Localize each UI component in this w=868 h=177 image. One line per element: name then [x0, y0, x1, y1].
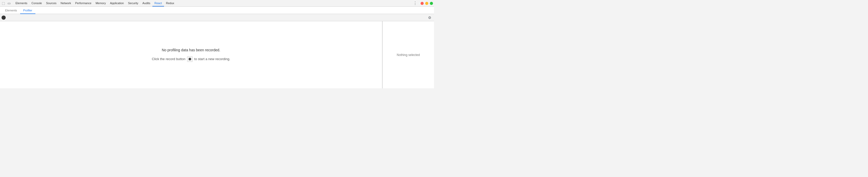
top-bar: ⬚ ▭ Elements Console Sources Network Per… — [0, 0, 434, 7]
device-icon[interactable]: ▭ — [7, 1, 11, 6]
tab-redux[interactable]: Redux — [164, 0, 177, 6]
second-bar: Elements Profiler — [0, 7, 434, 14]
tab-network[interactable]: Network — [59, 0, 73, 6]
close-button[interactable] — [421, 2, 424, 5]
nothing-selected-label: Nothing selected — [397, 53, 420, 57]
top-bar-right: ⋮ — [411, 1, 433, 6]
inline-record-dot — [189, 58, 191, 60]
tab-application[interactable]: Application — [108, 0, 126, 6]
window-controls — [421, 2, 433, 5]
more-options-icon[interactable]: ⋮ — [411, 1, 418, 6]
profiler-toolbar: ⚙ — [0, 14, 434, 21]
inspect-icon[interactable]: ⬚ — [1, 1, 6, 6]
tab-react[interactable]: React — [152, 0, 164, 6]
record-button[interactable] — [2, 16, 6, 20]
settings-icon[interactable]: ⚙ — [427, 15, 432, 20]
minimize-button[interactable] — [425, 2, 428, 5]
maximize-button[interactable] — [430, 2, 433, 5]
tab-audits[interactable]: Audits — [140, 0, 152, 6]
instruction-prefix: Click the record button — [152, 57, 185, 61]
right-panel: Nothing selected — [382, 21, 434, 88]
inline-record-button[interactable] — [187, 56, 193, 62]
tab-profiler[interactable]: Profiler — [20, 7, 35, 14]
tab-performance[interactable]: Performance — [73, 0, 94, 6]
tab-elements[interactable]: Elements — [13, 0, 29, 6]
tab-security[interactable]: Security — [126, 0, 140, 6]
no-data-message: No profiling data has been recorded. — [162, 48, 220, 52]
tab-sources[interactable]: Sources — [44, 0, 58, 6]
top-nav: Elements Console Sources Network Perform… — [13, 0, 411, 6]
tab-memory[interactable]: Memory — [94, 0, 108, 6]
main-area: No profiling data has been recorded. Cli… — [0, 21, 434, 88]
record-instruction: Click the record button to start a new r… — [152, 56, 230, 62]
tab-console[interactable]: Console — [29, 0, 44, 6]
instruction-suffix: to start a new recording. — [194, 57, 230, 61]
tab-elements-secondary[interactable]: Elements — [2, 7, 20, 14]
left-panel: No profiling data has been recorded. Cli… — [0, 21, 382, 88]
top-bar-icons: ⬚ ▭ — [1, 1, 11, 6]
